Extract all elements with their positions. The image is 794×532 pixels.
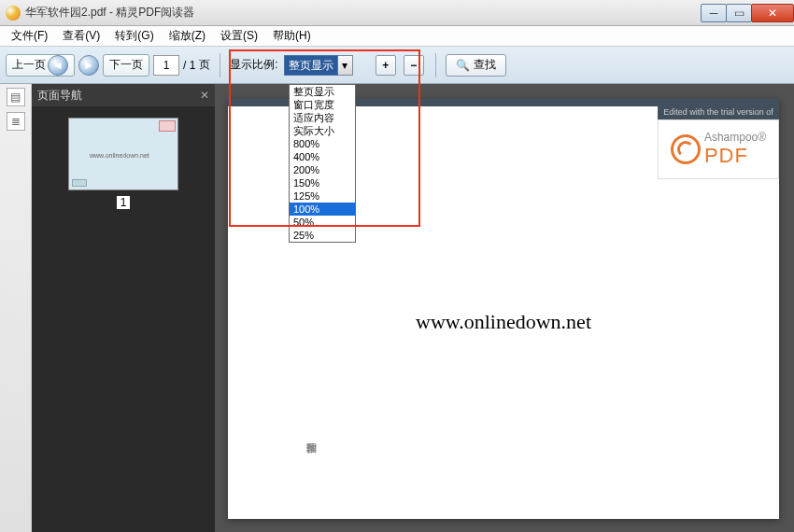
zoom-option[interactable]: 400%	[290, 150, 355, 163]
iconbar: ▤ ≣	[0, 84, 32, 532]
menu-zoom[interactable]: 缩放(Z)	[162, 26, 213, 46]
ashampoo-logo-icon	[671, 134, 701, 164]
menu-file[interactable]: 文件(F)	[4, 26, 55, 46]
zoom-option[interactable]: 50%	[290, 216, 355, 229]
thumbnail-number: 1	[117, 196, 130, 209]
sidebar-title: 页面导航	[37, 88, 82, 104]
zoom-option[interactable]: 25%	[290, 229, 355, 242]
search-button[interactable]: 🔍 查找	[446, 54, 506, 77]
close-icon[interactable]: ✕	[200, 89, 209, 102]
page-unit: 页	[199, 57, 210, 73]
zoom-option[interactable]: 适应内容	[290, 111, 355, 124]
next-page-label: 下一页	[109, 57, 143, 73]
sidebar: 页面导航 ✕ www.onlinedown.net 1	[32, 84, 215, 532]
watermark-header: Edited with the trial version of	[658, 105, 779, 119]
window-title: 华军软件园2.pdf - 精灵PDF阅读器	[25, 5, 194, 21]
menubar: 文件(F) 查看(V) 转到(G) 缩放(Z) 设置(S) 帮助(H)	[0, 26, 794, 47]
zoom-dropdown[interactable]: 整页显示窗口宽度适应内容实际大小800%400%200%150%125%100%…	[289, 84, 356, 243]
menu-view[interactable]: 查看(V)	[55, 26, 107, 46]
watermark: Edited with the trial version of Ashampo…	[658, 105, 779, 179]
chevron-down-icon[interactable]: ▾	[338, 55, 353, 76]
zoom-value[interactable]: 整页显示	[284, 55, 338, 76]
app-icon	[6, 6, 21, 21]
toolbar: 上一页 ◄ ► 下一页 1 / 1 页 显示比例: 整页显示 ▾ + − 🔍 查…	[0, 47, 794, 84]
zoom-option[interactable]: 125%	[290, 189, 355, 203]
watermark-brand1: Ashampoo®	[704, 132, 766, 144]
search-label: 查找	[474, 57, 496, 73]
arrow-right-icon[interactable]: ►	[78, 55, 99, 76]
zoom-out-button[interactable]: −	[404, 55, 424, 76]
prev-page-label: 上一页	[12, 57, 46, 73]
window-controls: ─ ▭ ✕	[702, 4, 794, 22]
main: ▤ ≣ 页面导航 ✕ www.onlinedown.net 1 Edited w…	[0, 84, 794, 532]
zoom-option[interactable]: 整页显示	[290, 85, 355, 98]
watermark-body: Ashampoo® PDF	[658, 119, 779, 179]
thumbnail-area: www.onlinedown.net 1	[32, 106, 215, 532]
titlebar: 华军软件园2.pdf - 精灵PDF阅读器 ─ ▭ ✕	[0, 0, 794, 26]
next-page-button[interactable]: 下一页	[103, 54, 149, 77]
zoom-option[interactable]: 150%	[290, 176, 355, 189]
menu-goto[interactable]: 转到(G)	[107, 26, 161, 46]
minimize-button[interactable]: ─	[701, 4, 727, 22]
thumbnail-foot	[72, 179, 87, 187]
outline-icon[interactable]: ≣	[7, 112, 25, 131]
zoom-label: 显示比例:	[230, 57, 277, 73]
zoom-option[interactable]: 800%	[290, 137, 355, 150]
prev-page-button[interactable]: 上一页 ◄	[6, 54, 75, 77]
zoom-combo[interactable]: 整页显示 ▾	[284, 55, 353, 76]
page-number-input[interactable]: 1	[153, 55, 179, 76]
separator	[435, 53, 436, 77]
separator	[220, 53, 220, 77]
watermark-brand2: PDF	[704, 145, 766, 167]
thumbnails-icon[interactable]: ▤	[7, 88, 25, 106]
maximize-button[interactable]: ▭	[726, 4, 752, 22]
search-icon: 🔍	[456, 59, 470, 72]
page-thumbnail[interactable]: www.onlinedown.net	[68, 118, 178, 190]
zoom-option[interactable]: 实际大小	[290, 124, 355, 137]
page-url-text: www.onlinedown.net	[228, 310, 779, 334]
menu-settings[interactable]: 设置(S)	[213, 26, 265, 46]
arrow-left-icon: ◄	[48, 55, 68, 76]
watermark-text: Ashampoo® PDF	[704, 132, 766, 166]
thumbnail-text: www.onlinedown.net	[90, 152, 149, 159]
close-button[interactable]: ✕	[751, 4, 794, 22]
sidebar-header: 页面导航 ✕	[32, 84, 215, 106]
menu-help[interactable]: 帮助(H)	[265, 26, 319, 46]
zoom-in-button[interactable]: +	[376, 55, 396, 76]
zoom-option[interactable]: 200%	[290, 163, 355, 176]
zoom-option[interactable]: 100%	[290, 203, 355, 216]
page-total: / 1	[183, 59, 195, 72]
thumbnail-corner	[159, 120, 176, 132]
zoom-option[interactable]: 窗口宽度	[290, 98, 355, 111]
